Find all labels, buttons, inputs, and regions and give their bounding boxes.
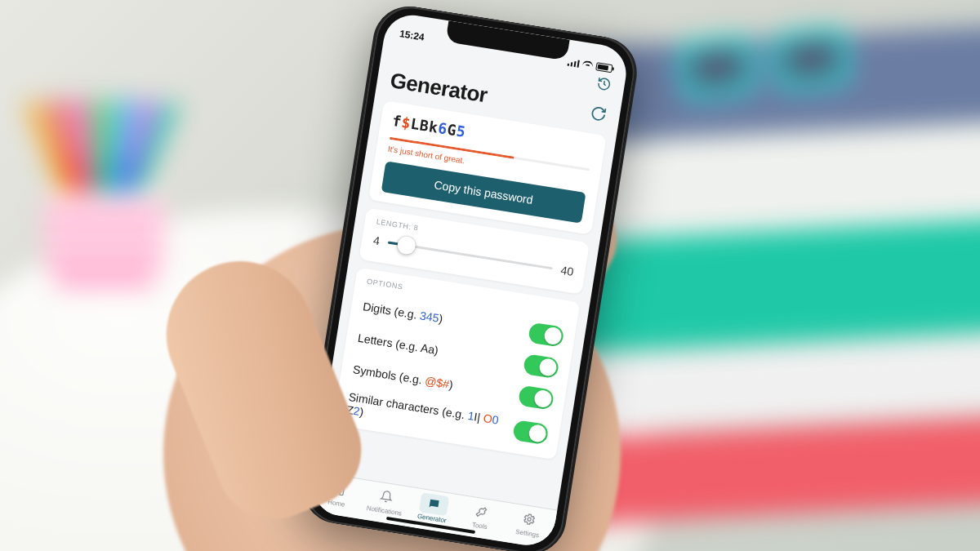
svg-point-0 — [528, 518, 532, 522]
option-toggle-0[interactable] — [528, 322, 564, 347]
option-toggle-3[interactable] — [512, 420, 549, 445]
option-label: Letters (e.g. Aa) — [357, 331, 439, 356]
refresh-icon[interactable] — [590, 104, 608, 122]
wrench-icon — [466, 500, 497, 523]
option-label: Digits (e.g. 345) — [362, 300, 443, 325]
signal-icon — [568, 58, 580, 67]
tab-notifications[interactable]: Notifications — [359, 483, 412, 518]
history-icon[interactable] — [595, 76, 612, 93]
options-card: OPTIONS Digits (e.g. 345)Letters (e.g. A… — [332, 267, 580, 460]
length-min: 4 — [372, 233, 381, 247]
page-title: Generator — [389, 68, 489, 108]
battery-icon — [595, 62, 612, 73]
tab-label: Tools — [471, 521, 488, 531]
option-toggle-2[interactable] — [518, 385, 555, 411]
wifi-icon — [581, 60, 593, 70]
length-max: 40 — [560, 264, 575, 278]
tab-settings[interactable]: Settings — [503, 506, 555, 541]
option-toggle-1[interactable] — [523, 353, 559, 379]
